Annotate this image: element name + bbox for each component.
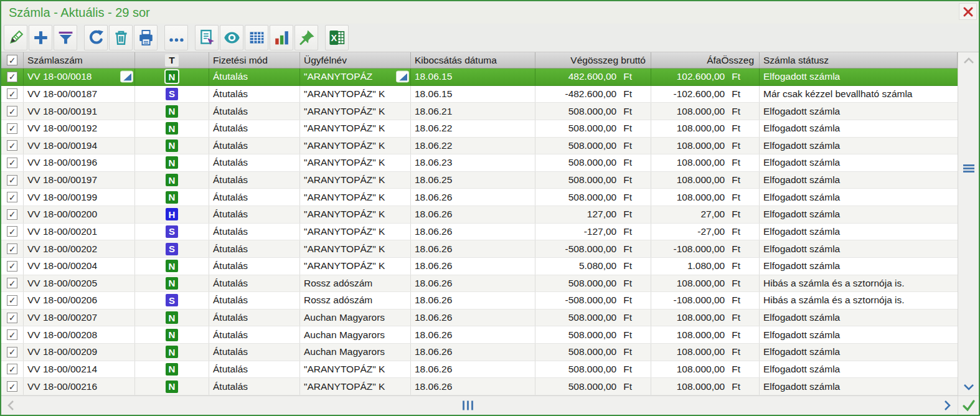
customer-name-cell[interactable]: "ARANYTOPÁZ" K bbox=[300, 240, 411, 257]
header-gross-total[interactable]: Végösszeg bruttó bbox=[535, 52, 651, 68]
invoice-status-cell[interactable]: Hibás a számla és a sztornója is. bbox=[760, 292, 958, 309]
issue-date-cell[interactable]: 18.06.26 bbox=[411, 361, 535, 378]
customer-name-cell[interactable]: Auchan Magyarors bbox=[300, 310, 411, 326]
customer-name-cell[interactable]: Rossz adószám bbox=[300, 292, 411, 309]
type-cell[interactable]: N bbox=[135, 120, 209, 137]
gross-total-cell[interactable]: 482.600,00Ft bbox=[535, 69, 651, 85]
table-row[interactable]: ✓ VV 18-00/00191 N Átutalás "ARANYTOPÁZ"… bbox=[1, 103, 958, 120]
payment-method-cell[interactable]: Átutalás bbox=[209, 240, 300, 257]
issue-date-cell[interactable]: 18.06.21 bbox=[411, 103, 535, 120]
row-checkbox[interactable]: ✓ bbox=[7, 158, 17, 168]
customer-name-cell[interactable]: Auchan Magyarors bbox=[300, 344, 411, 361]
invoice-status-cell[interactable]: Elfogadott számla bbox=[760, 103, 958, 120]
vat-amount-cell[interactable]: 1.080,00Ft bbox=[651, 258, 760, 275]
print-button[interactable] bbox=[134, 25, 158, 50]
invoice-number-cell[interactable]: VV 18-00/0018 bbox=[24, 69, 135, 85]
table-row[interactable]: ✓ VV 18-00/00200 H Átutalás "ARANYTOPÁZ"… bbox=[1, 206, 958, 224]
payment-method-cell[interactable]: Átutalás bbox=[209, 292, 300, 309]
invoice-number-cell[interactable]: VV 18-00/00202 bbox=[24, 240, 135, 257]
payment-method-cell[interactable]: Átutalás bbox=[209, 206, 300, 223]
issue-date-cell[interactable]: 18.06.26 bbox=[411, 258, 535, 275]
payment-method-cell[interactable]: Átutalás bbox=[209, 344, 300, 361]
filter-button[interactable] bbox=[54, 25, 77, 50]
type-cell[interactable]: N bbox=[135, 326, 209, 343]
issue-date-cell[interactable]: 18.06.26 bbox=[411, 206, 535, 223]
invoice-number-cell[interactable]: VV 18-00/00196 bbox=[24, 154, 135, 171]
issue-date-cell[interactable]: 18.06.26 bbox=[411, 378, 535, 395]
invoice-number-cell[interactable]: VV 18-00/00200 bbox=[24, 206, 135, 223]
row-checkbox[interactable]: ✓ bbox=[7, 347, 17, 357]
issue-date-cell[interactable]: 18.06.15 bbox=[411, 69, 535, 85]
header-invoice-number[interactable]: Számlaszám bbox=[24, 52, 135, 68]
gross-total-cell[interactable]: 508.000,00Ft bbox=[535, 361, 651, 378]
excel-export-button[interactable]: X bbox=[325, 25, 349, 50]
table-row[interactable]: ✓ VV 18-00/0018 N Átutalás "ARANYTOPÁZ 1… bbox=[1, 69, 958, 86]
customer-name-cell[interactable]: "ARANYTOPÁZ" K bbox=[300, 154, 411, 171]
table-row[interactable]: ✓ VV 18-00/00207 N Átutalás Auchan Magya… bbox=[1, 310, 958, 327]
payment-method-cell[interactable]: Átutalás bbox=[209, 103, 300, 120]
type-cell[interactable]: S bbox=[135, 292, 209, 309]
row-checkbox[interactable]: ✓ bbox=[7, 381, 17, 392]
gross-total-cell[interactable]: -508.000,00Ft bbox=[535, 240, 651, 257]
gross-total-cell[interactable]: 508.000,00Ft bbox=[535, 344, 651, 361]
delete-button[interactable] bbox=[109, 25, 133, 50]
table-row[interactable]: ✓ VV 18-00/00199 N Átutalás "ARANYTOPÁZ"… bbox=[1, 189, 958, 206]
row-checkbox[interactable]: ✓ bbox=[7, 88, 17, 99]
vat-amount-cell[interactable]: -108.000,00Ft bbox=[651, 292, 760, 309]
type-cell[interactable]: N bbox=[135, 378, 209, 395]
vat-amount-cell[interactable]: 27,00Ft bbox=[651, 206, 760, 223]
gross-total-cell[interactable]: -482.600,00Ft bbox=[535, 86, 651, 103]
payment-method-cell[interactable]: Átutalás bbox=[209, 224, 300, 240]
customer-name-cell[interactable]: "ARANYTOPÁZ" K bbox=[300, 172, 411, 189]
invoice-status-cell[interactable]: Elfogadott számla bbox=[760, 326, 958, 343]
invoice-status-cell[interactable]: Elfogadott számla bbox=[760, 120, 958, 137]
type-cell[interactable]: N bbox=[135, 69, 209, 85]
type-cell[interactable]: H bbox=[135, 206, 209, 223]
vat-amount-cell[interactable]: 108.000,00Ft bbox=[651, 275, 760, 292]
issue-date-cell[interactable]: 18.06.26 bbox=[411, 310, 535, 326]
vertical-scrollbar[interactable] bbox=[958, 52, 979, 395]
gross-total-cell[interactable]: 508.000,00Ft bbox=[535, 275, 651, 292]
invoice-status-cell[interactable]: Elfogadott számla bbox=[760, 69, 958, 85]
invoice-number-cell[interactable]: VV 18-00/00199 bbox=[24, 189, 135, 206]
issue-date-cell[interactable]: 18.06.15 bbox=[411, 86, 535, 103]
row-checkbox[interactable]: ✓ bbox=[7, 261, 17, 272]
row-checkbox[interactable]: ✓ bbox=[7, 192, 17, 202]
table-row[interactable]: ✓ VV 18-00/00202 S Átutalás "ARANYTOPÁZ"… bbox=[1, 240, 958, 258]
table-row[interactable]: ✓ VV 18-00/00194 N Átutalás "ARANYTOPÁZ"… bbox=[1, 138, 958, 155]
type-cell[interactable]: S bbox=[135, 86, 209, 103]
invoice-number-cell[interactable]: VV 18-00/00216 bbox=[24, 378, 135, 395]
invoice-number-cell[interactable]: VV 18-00/00204 bbox=[24, 258, 135, 275]
row-checkbox[interactable]: ✓ bbox=[7, 209, 17, 220]
gross-total-cell[interactable]: -508.000,00Ft bbox=[535, 292, 651, 309]
vat-amount-cell[interactable]: 108.000,00Ft bbox=[651, 378, 760, 395]
preview-button[interactable] bbox=[220, 25, 243, 50]
refresh-button[interactable] bbox=[84, 25, 108, 50]
customer-name-cell[interactable]: "ARANYTOPÁZ" K bbox=[300, 103, 411, 120]
issue-date-cell[interactable]: 18.06.26 bbox=[411, 344, 535, 361]
header-invoice-status[interactable]: Számla státusz bbox=[760, 52, 958, 68]
header-type[interactable]: T bbox=[135, 52, 209, 68]
table-row[interactable]: ✓ VV 18-00/00192 N Átutalás "ARANYTOPÁZ"… bbox=[1, 120, 958, 138]
customer-name-cell[interactable]: "ARANYTOPÁZ" K bbox=[300, 120, 411, 137]
header-vat-amount[interactable]: ÁfaÖsszeg bbox=[651, 52, 760, 68]
invoice-status-cell[interactable]: Elfogadott számla bbox=[760, 138, 958, 154]
scroll-up-button[interactable] bbox=[958, 52, 979, 69]
invoice-number-cell[interactable]: VV 18-00/00205 bbox=[24, 275, 135, 292]
report-button[interactable] bbox=[195, 25, 219, 50]
issue-date-cell[interactable]: 18.06.26 bbox=[411, 189, 535, 206]
invoice-status-cell[interactable]: Elfogadott számla bbox=[760, 378, 958, 395]
type-cell[interactable]: N bbox=[135, 138, 209, 154]
invoice-status-cell[interactable]: Hibás a számla és a sztornója is. bbox=[760, 275, 958, 292]
customer-name-cell[interactable]: "ARANYTOPÁZ" K bbox=[300, 258, 411, 275]
invoice-status-cell[interactable]: Elfogadott számla bbox=[760, 361, 958, 378]
invoice-number-cell[interactable]: VV 18-00/00201 bbox=[24, 224, 135, 240]
invoice-status-cell[interactable]: Elfogadott számla bbox=[760, 258, 958, 275]
vat-amount-cell[interactable]: 108.000,00Ft bbox=[651, 326, 760, 343]
customer-name-cell[interactable]: "ARANYTOPÁZ" K bbox=[300, 361, 411, 378]
row-checkbox[interactable]: ✓ bbox=[7, 243, 17, 254]
row-checkbox[interactable]: ✓ bbox=[7, 140, 17, 151]
table-row[interactable]: ✓ VV 18-00/00209 N Átutalás Auchan Magya… bbox=[1, 344, 958, 361]
customer-name-cell[interactable]: "ARANYTOPÁZ" K bbox=[300, 86, 411, 103]
gross-total-cell[interactable]: 508.000,00Ft bbox=[535, 310, 651, 326]
